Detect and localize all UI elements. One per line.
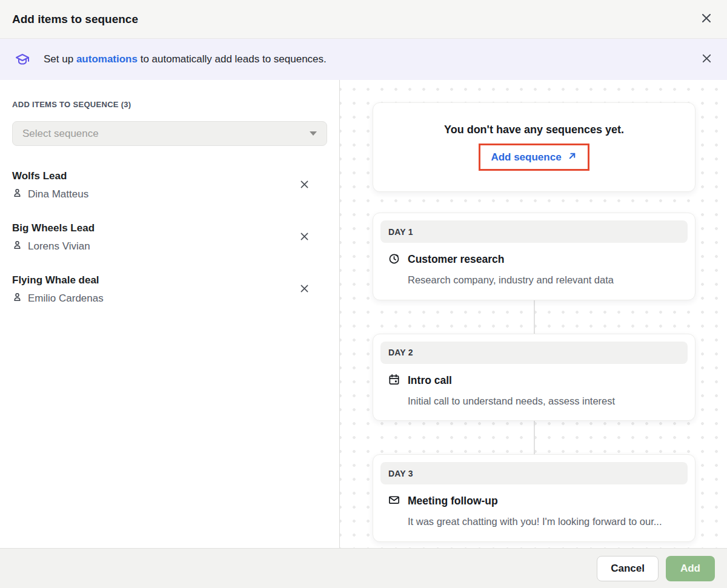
day-label: DAY 3 <box>380 462 688 484</box>
empty-state-message: You don't have any sequences yet. <box>444 124 624 136</box>
list-item-text: Big Wheels Lead Lorens Vivian <box>12 222 95 253</box>
list-item-text: Flying Whale deal Emilio Cardenas <box>12 274 104 305</box>
modal-close-button[interactable] <box>698 11 715 28</box>
step-title: Intro call <box>408 374 452 387</box>
item-title: Flying Whale deal <box>12 274 104 286</box>
close-icon <box>299 179 310 191</box>
step-title: Meeting follow-up <box>408 495 498 507</box>
list-item: Wolfs Lead Dina Matteus <box>12 170 327 200</box>
graduation-cap-icon <box>15 52 30 67</box>
item-title: Big Wheels Lead <box>12 222 95 234</box>
banner-text-prefix: Set up <box>44 53 76 65</box>
modal-title: Add items to sequence <box>12 13 138 26</box>
person-icon <box>12 240 22 253</box>
list-item: Flying Whale deal Emilio Cardenas <box>12 274 327 305</box>
selected-items-list: Wolfs Lead Dina Matteus <box>12 170 327 305</box>
banner-text-suffix: to automatically add leads to sequences. <box>138 53 327 65</box>
calendar-icon <box>388 373 400 388</box>
banner-text: Set up automations to automatically add … <box>44 53 698 65</box>
person-icon <box>12 292 22 305</box>
day-card: DAY 2 Intro call <box>373 334 695 421</box>
add-sequence-link[interactable]: Add sequence <box>491 151 561 164</box>
list-item: Big Wheels Lead Lorens Vivian <box>12 222 327 253</box>
sequence-select-placeholder: Select sequence <box>22 128 99 140</box>
banner-close-button[interactable] <box>698 51 715 68</box>
envelope-icon <box>388 494 400 509</box>
arrow-up-right-icon <box>567 151 577 164</box>
automations-link[interactable]: automations <box>76 53 138 65</box>
day-label: DAY 2 <box>380 342 688 364</box>
close-icon <box>701 53 712 66</box>
item-person-name: Dina Matteus <box>28 188 88 200</box>
automations-banner: Set up automations to automatically add … <box>0 39 727 80</box>
remove-item-button[interactable] <box>296 281 313 298</box>
section-label: ADD ITEMS TO SEQUENCE (3) <box>12 100 327 109</box>
step-description: Initial call to understand needs, assess… <box>408 394 677 409</box>
remove-item-button[interactable] <box>296 177 313 194</box>
add-items-to-sequence-modal: Add items to sequence Set up automations… <box>0 0 727 588</box>
day-card: DAY 3 Meeting follow-up It was grea <box>373 454 695 542</box>
item-person-name: Lorens Vivian <box>28 240 90 253</box>
modal-header: Add items to sequence <box>0 0 727 39</box>
person-icon <box>12 188 22 200</box>
close-icon <box>700 12 712 26</box>
step-title: Customer research <box>408 253 505 266</box>
day-card: DAY 1 Customer research <box>373 213 695 300</box>
modal-footer: Cancel Add <box>0 548 727 588</box>
clock-icon <box>388 252 400 267</box>
sequence-preview-panel: You don't have any sequences yet. Add se… <box>340 80 727 548</box>
sequence-select[interactable]: Select sequence <box>12 121 327 146</box>
modal-body: ADD ITEMS TO SEQUENCE (3) Select sequenc… <box>0 80 727 548</box>
step-description: Research company, industry and relevant … <box>408 273 677 288</box>
close-icon <box>299 283 310 296</box>
day-label: DAY 1 <box>380 220 688 243</box>
list-item-text: Wolfs Lead Dina Matteus <box>12 170 88 200</box>
sequence-cards-column: You don't have any sequences yet. Add se… <box>373 102 695 542</box>
close-icon <box>299 231 310 243</box>
left-panel: ADD ITEMS TO SEQUENCE (3) Select sequenc… <box>0 80 340 548</box>
add-sequence-highlight-box[interactable]: Add sequence <box>479 144 589 171</box>
cancel-button[interactable]: Cancel <box>597 556 659 581</box>
empty-state-card: You don't have any sequences yet. Add se… <box>373 102 695 192</box>
chevron-down-icon <box>310 131 317 136</box>
add-button[interactable]: Add <box>666 556 715 581</box>
remove-item-button[interactable] <box>296 229 313 246</box>
step-description: It was great chatting with you! I'm look… <box>408 514 677 530</box>
item-person-name: Emilio Cardenas <box>28 292 104 305</box>
item-title: Wolfs Lead <box>12 170 88 182</box>
